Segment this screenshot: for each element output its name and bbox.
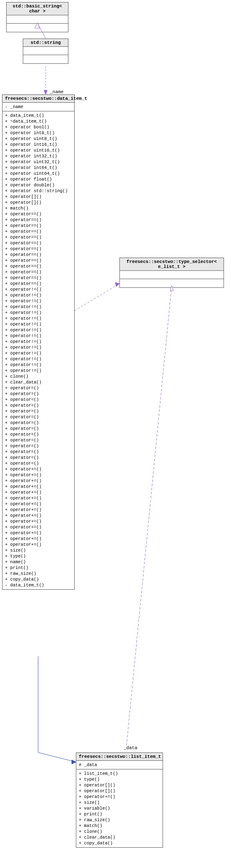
di-method-76: + size() [5, 547, 72, 553]
svg-line-9 [126, 286, 172, 745]
name-label: _name [50, 89, 63, 94]
li-method-12: + clear_data() [79, 834, 160, 840]
di-method-42: + operator!=() [5, 350, 72, 356]
di-method-43: + operator!=() [5, 356, 72, 362]
box-type-selector-section2 [120, 279, 224, 287]
li-method-10: + match() [79, 823, 160, 829]
di-method-58: + operator=() [5, 443, 72, 449]
di-method-64: + operator+=() [5, 478, 72, 484]
di-method-61: + operator=() [5, 461, 72, 466]
svg-marker-3 [44, 90, 47, 94]
box-data-item-methods: + data_item_t() + ~data_item_t() + opera… [2, 111, 74, 589]
di-method-14: + operator std::string() [5, 188, 72, 194]
di-method-27: + operator==() [5, 263, 72, 269]
di-method-32: + operator!=() [5, 292, 72, 298]
di-method-2: + ~data_item_t() [5, 118, 72, 124]
di-method-31: + operator!=() [5, 287, 72, 292]
di-method-79: + print() [5, 565, 72, 571]
di-method-16: + operator[]() [5, 200, 72, 205]
li-method-8: + print() [79, 811, 160, 817]
di-method-40: + operator!=() [5, 339, 72, 345]
di-method-28: + operator==() [5, 269, 72, 275]
li-method-7: + variable() [79, 805, 160, 811]
di-method-41: + operator!=() [5, 345, 72, 350]
di-method-4: + operator int8_t() [5, 130, 72, 136]
box-std-string-section2 [23, 55, 68, 63]
di-method-73: + operator+=() [5, 530, 72, 536]
li-method-9: + raw_size() [79, 817, 160, 823]
di-method-45: + operator!=() [5, 368, 72, 374]
di-method-51: + operator=() [5, 403, 72, 408]
di-method-17: + match() [5, 205, 72, 211]
di-method-48: + operator=() [5, 385, 72, 391]
di-method-18: + operator==() [5, 211, 72, 217]
di-method-5: + operator uint8_t() [5, 136, 72, 142]
di-method-57: + operator=() [5, 437, 72, 443]
di-method-60: + operator=() [5, 455, 72, 461]
di-method-33: + operator!=() [5, 298, 72, 304]
di-method-56: + operator=() [5, 432, 72, 437]
di-method-22: + operator==() [5, 234, 72, 240]
li-method-5: + operator+=() [79, 794, 160, 800]
li-method-2: + type() [79, 776, 160, 782]
li-method-1: + list_item_t() [79, 771, 160, 776]
di-method-66: + operator+=() [5, 489, 72, 495]
di-method-82: - data_item_t() [5, 582, 72, 588]
box-data-item: freesecs::secstwo::data_item_t - _name +… [2, 94, 75, 590]
di-method-62: + operator+=() [5, 466, 72, 472]
di-method-67: + operator+=() [5, 495, 72, 501]
box-list-item-title: freesecs::secstwo::list_item_t [76, 753, 163, 761]
box-list-item: freesecs::secstwo::list_item_t # _data +… [76, 752, 163, 848]
di-method-53: + operator=() [5, 414, 72, 420]
di-method-44: + operator!=() [5, 362, 72, 368]
di-method-30: + operator==() [5, 281, 72, 287]
diagram-container: std::basic_string< char > std::string _n… [0, 0, 231, 868]
box-list-item-methods: + list_item_t() + type() + operator[]() … [76, 769, 163, 847]
di-method-34: + operator!=() [5, 304, 72, 310]
di-method-26: + operator==() [5, 258, 72, 263]
box-basic-string: std::basic_string< char > [6, 2, 68, 32]
di-method-74: + operator+=() [5, 536, 72, 542]
box-basic-string-title: std::basic_string< char > [7, 2, 68, 15]
di-method-12: + operator float() [5, 176, 72, 182]
di-method-39: + operator!=() [5, 333, 72, 339]
di-method-70: + operator+=() [5, 513, 72, 518]
di-method-35: + operator!=() [5, 310, 72, 316]
di-method-69: + operator+=() [5, 507, 72, 513]
di-method-68: + operator+=() [5, 501, 72, 507]
di-method-24: + operator==() [5, 246, 72, 252]
di-method-47: + clear_data() [5, 379, 72, 385]
box-type-selector-title: freesecs::secstwo::type_selector< e_list… [120, 258, 224, 271]
data-label: _data [124, 745, 137, 750]
di-method-36: + operator!=() [5, 316, 72, 321]
li-method-6: + size() [79, 800, 160, 805]
box-basic-string-section2 [7, 24, 68, 32]
di-method-19: + operator==() [5, 217, 72, 223]
di-method-3: + operator bool() [5, 124, 72, 130]
di-method-77: + type() [5, 553, 72, 559]
li-method-3: + operator[]() [79, 782, 160, 788]
di-method-37: + operator!=() [5, 321, 72, 327]
di-method-49: + operator=() [5, 391, 72, 397]
box-std-string: std::string [23, 39, 68, 64]
box-type-selector: freesecs::secstwo::type_selector< e_list… [119, 258, 224, 288]
di-method-55: + operator=() [5, 426, 72, 432]
svg-line-7 [38, 752, 76, 762]
di-method-75: + operator+=() [5, 542, 72, 547]
li-method-4: + operator[]() [79, 788, 160, 794]
di-method-38: + operator!=() [5, 327, 72, 333]
box-basic-string-section1 [7, 15, 68, 24]
di-method-65: + operator+=() [5, 484, 72, 489]
box-std-string-title: std::string [23, 39, 68, 47]
data-item-name-attr: - _name [5, 104, 72, 110]
di-method-54: + operator=() [5, 420, 72, 426]
di-method-72: + operator+=() [5, 524, 72, 530]
di-method-80: + raw_size() [5, 571, 72, 576]
di-method-46: + clone() [5, 374, 72, 379]
di-method-9: + operator uint32_t() [5, 159, 72, 165]
di-method-71: + operator+=() [5, 518, 72, 524]
di-method-10: + operator int64_t() [5, 165, 72, 171]
di-method-50: + operator=() [5, 397, 72, 403]
di-method-8: + operator int32_t() [5, 153, 72, 159]
box-std-string-section1 [23, 47, 68, 55]
